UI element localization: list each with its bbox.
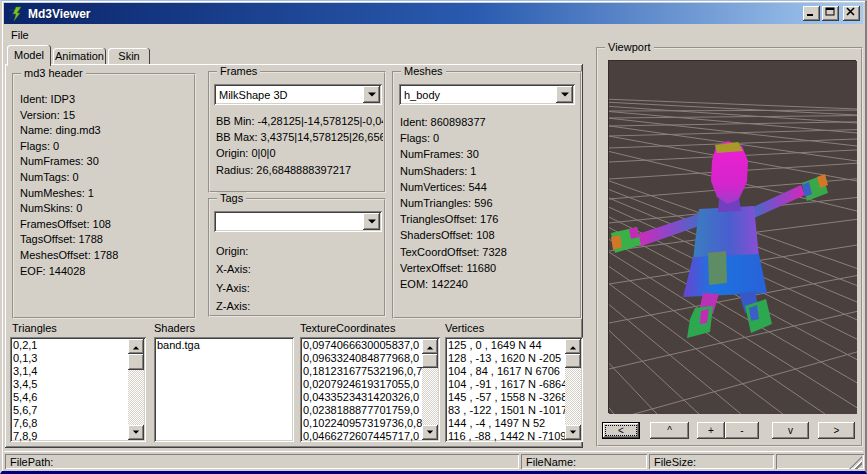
list-item[interactable]: EOF: 144028 xyxy=(14,264,193,280)
scroll-up-icon[interactable] xyxy=(565,339,581,354)
list-item[interactable]: Flags: 0 xyxy=(394,130,579,146)
menu-file[interactable]: File xyxy=(4,27,36,43)
scroll-down-icon[interactable] xyxy=(128,425,144,440)
list-item[interactable]: Flags: 0 xyxy=(14,139,193,155)
tab-skin[interactable]: Skin xyxy=(108,48,150,65)
list-item[interactable]: ShadersOffset: 108 xyxy=(394,227,579,243)
list-item[interactable]: 0,0466272607445717,0 xyxy=(303,430,423,442)
list-item[interactable]: Origin: xyxy=(210,242,383,260)
tab-animation[interactable]: Animation xyxy=(53,48,106,65)
list-item[interactable]: 83 , -122 , 1501 N -1017 xyxy=(448,404,566,417)
list-item[interactable]: FramesOffset: 108 xyxy=(14,217,193,233)
list-item[interactable]: VertexOffset: 11680 xyxy=(394,260,579,276)
meshes-combobox[interactable]: h_body xyxy=(399,84,575,105)
list-item[interactable]: Z-Axis: xyxy=(210,297,383,315)
list-item[interactable]: X-Axis: xyxy=(210,260,383,278)
list-item[interactable]: 0,1,3 xyxy=(13,352,146,365)
list-item[interactable]: NumTags: 0 xyxy=(14,170,193,186)
zoom-in-button[interactable]: + xyxy=(697,422,725,439)
vertices-listbox[interactable]: 125 , 0 , 1649 N 44128 , -13 , 1620 N -2… xyxy=(445,337,583,442)
list-item[interactable]: 3,1,4 xyxy=(13,365,146,378)
list-item[interactable]: NumShaders: 1 xyxy=(394,163,579,179)
rotate-right-button[interactable]: > xyxy=(818,422,855,439)
chevron-down-icon[interactable] xyxy=(363,86,380,103)
frames-combobox[interactable]: MilkShape 3D xyxy=(214,84,382,105)
list-item[interactable]: 0,0974066630005837,0 xyxy=(303,339,423,352)
list-item[interactable]: 0,2,1 xyxy=(13,339,146,352)
tags-combobox[interactable] xyxy=(214,211,382,232)
triangles-listbox[interactable]: 0,2,10,1,33,1,43,4,55,4,65,6,77,6,87,8,9 xyxy=(10,337,146,442)
list-item[interactable]: 7,6,8 xyxy=(13,417,146,430)
list-item[interactable]: Radius: 26,6848888397217 xyxy=(210,162,383,178)
list-item[interactable]: 128 , -13 , 1620 N -205 xyxy=(448,352,566,365)
scroll-thumb[interactable] xyxy=(422,354,438,368)
rotate-left-button[interactable]: < xyxy=(602,422,640,439)
list-item[interactable]: NumFrames: 30 xyxy=(14,154,193,170)
scroll-thumb[interactable] xyxy=(565,354,581,368)
list-item[interactable]: NumMeshes: 1 xyxy=(14,186,193,202)
menu-bar: File xyxy=(4,25,863,44)
texturecoordinates-label: TextureCoordinates xyxy=(300,322,395,335)
list-item[interactable]: NumFrames: 30 xyxy=(394,146,579,162)
list-item[interactable]: BB Min: -4,28125|-14,578125|-0,0468 xyxy=(210,113,383,129)
list-item[interactable]: Ident: 860898377 xyxy=(394,114,579,130)
list-item[interactable]: 116 , -88 , 1442 N -7109 xyxy=(448,430,566,442)
list-item[interactable]: NumVertices: 544 xyxy=(394,179,579,195)
list-item[interactable]: EOM: 142240 xyxy=(394,276,579,292)
chevron-down-icon[interactable] xyxy=(363,213,380,230)
zoom-out-button[interactable]: - xyxy=(725,422,759,439)
list-item[interactable]: MeshesOffset: 1788 xyxy=(14,248,193,264)
triangles-scrollbar[interactable] xyxy=(128,339,144,440)
texturecoordinates-listbox[interactable]: 0,0974066630005837,00,0963324084877968,0… xyxy=(300,337,440,442)
list-item[interactable]: 5,6,7 xyxy=(13,404,146,417)
list-item[interactable]: Y-Axis: xyxy=(210,279,383,297)
list-item[interactable]: TexCoordOffset: 7328 xyxy=(394,244,579,260)
rotate-up-button[interactable]: ^ xyxy=(650,422,689,439)
list-item[interactable]: 0,181231677532196,0,7 xyxy=(303,365,423,378)
scroll-down-icon[interactable] xyxy=(422,425,438,440)
list-item[interactable]: 104 , -91 , 1617 N -6864 xyxy=(448,378,566,391)
texturecoordinates-scrollbar[interactable] xyxy=(422,339,438,440)
shaders-listbox[interactable]: band.tga xyxy=(154,337,294,442)
list-item[interactable]: Name: ding.md3 xyxy=(14,123,193,139)
maximize-button[interactable] xyxy=(822,6,839,21)
group-frames: Frames MilkShape 3D BB Min: -4,28125|-14… xyxy=(208,71,386,193)
vertices-scrollbar[interactable] xyxy=(565,339,581,440)
texturecoordinates-items: 0,0974066630005837,00,0963324084877968,0… xyxy=(303,339,423,442)
title-bar[interactable]: 7 Md3Viewer xyxy=(4,3,863,24)
list-item[interactable]: Origin: 0|0|0 xyxy=(210,145,383,161)
list-item[interactable]: 104 , 84 , 1617 N 6706 xyxy=(448,365,566,378)
window-title: Md3Viewer xyxy=(28,7,801,21)
list-item[interactable]: Version: 15 xyxy=(14,108,193,124)
list-item[interactable]: 0,0433523431420326,0 xyxy=(303,391,423,404)
tab-model[interactable]: Model xyxy=(7,45,51,66)
list-item[interactable]: NumTriangles: 596 xyxy=(394,195,579,211)
list-item[interactable]: TrianglesOffset: 176 xyxy=(394,211,579,227)
close-button[interactable] xyxy=(843,6,860,21)
scroll-down-icon[interactable] xyxy=(565,425,581,440)
list-item[interactable]: 144 , -4 , 1497 N 52 xyxy=(448,417,566,430)
list-item[interactable]: TagsOffset: 1788 xyxy=(14,232,193,248)
list-item[interactable]: 5,4,6 xyxy=(13,391,146,404)
list-item[interactable]: 145 , -57 , 1558 N -3268 xyxy=(448,391,566,404)
list-item[interactable]: 0,102240957319736,0,8 xyxy=(303,417,423,430)
vertices-items: 125 , 0 , 1649 N 44128 , -13 , 1620 N -2… xyxy=(448,339,566,442)
list-item[interactable]: BB Max: 3,4375|14,578125|26,65625 xyxy=(210,129,383,145)
list-item[interactable]: 0,0207924619317055,0 xyxy=(303,378,423,391)
list-item[interactable]: 0,0963324084877968,0 xyxy=(303,352,423,365)
scroll-up-icon[interactable] xyxy=(422,339,438,354)
list-item[interactable]: Ident: IDP3 xyxy=(14,92,193,108)
list-item[interactable]: NumSkins: 0 xyxy=(14,201,193,217)
shaders-items: band.tga xyxy=(157,339,294,352)
list-item[interactable]: 7,8,9 xyxy=(13,430,146,442)
scroll-thumb[interactable] xyxy=(128,354,144,370)
scroll-up-icon[interactable] xyxy=(128,339,144,354)
viewport-canvas[interactable] xyxy=(608,60,856,413)
list-item[interactable]: 0,0238188877701759,0 xyxy=(303,404,423,417)
chevron-down-icon[interactable] xyxy=(556,86,573,103)
list-item[interactable]: band.tga xyxy=(157,339,294,352)
minimize-button[interactable] xyxy=(803,6,820,21)
rotate-down-button[interactable]: v xyxy=(772,422,809,439)
list-item[interactable]: 125 , 0 , 1649 N 44 xyxy=(448,339,566,352)
list-item[interactable]: 3,4,5 xyxy=(13,378,146,391)
